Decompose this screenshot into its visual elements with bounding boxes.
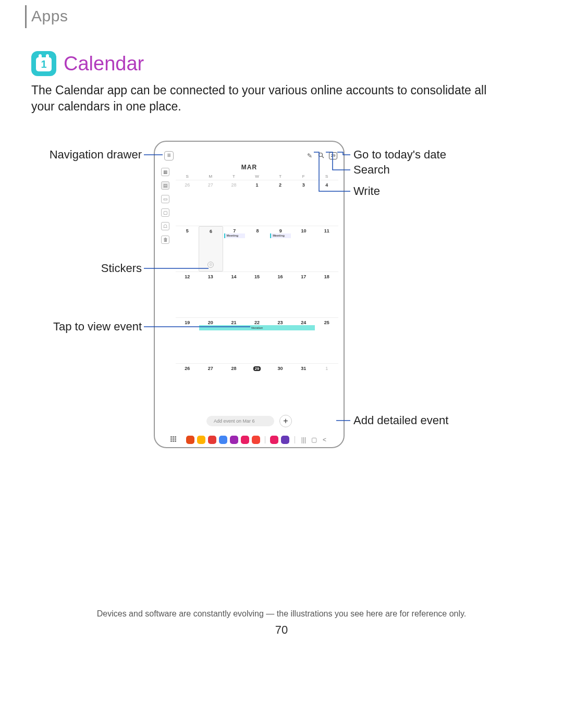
quick-add-input[interactable]: Add event on Mar 6 — [206, 416, 274, 426]
callout-add-event: Add detailed event — [353, 414, 448, 427]
dock-app-icon[interactable] — [197, 436, 205, 444]
calendar-day[interactable]: 13 — [199, 272, 223, 317]
calendar-day[interactable]: 1 — [315, 364, 338, 394]
calendar-day[interactable]: 9Meeting — [269, 226, 292, 272]
calendar-day[interactable]: 25 — [315, 318, 338, 363]
dock-app-icon[interactable] — [281, 436, 289, 444]
calendar-day[interactable]: 15 — [246, 272, 269, 317]
callout-view-event: Tap to view event — [47, 320, 142, 334]
page-number: 70 — [0, 623, 563, 637]
calendar-day[interactable]: 27 — [199, 180, 223, 226]
dow-header: S — [315, 173, 338, 180]
sticker-icon[interactable]: ☺ — [207, 262, 214, 268]
quick-add-row: Add event on Mar 6 + — [206, 415, 292, 427]
dock-app-icon[interactable] — [241, 436, 249, 444]
month-view-icon[interactable]: ▤ — [161, 181, 169, 190]
event-chip[interactable]: Meeting — [270, 233, 291, 238]
calendar-grid: SMTWTFS 262728123456☺7Meeting89Meeting10… — [176, 173, 338, 394]
callout-nav-drawer: Navigation drawer — [47, 148, 142, 162]
recents-nav-icon[interactable]: ||| — [300, 436, 308, 443]
calendar-day[interactable]: 31 — [292, 364, 315, 394]
calendar-day[interactable]: 4 — [315, 180, 338, 226]
year-view-icon[interactable]: ▦ — [161, 168, 169, 176]
event-chip[interactable]: Meeting — [224, 233, 245, 238]
calendar-day[interactable]: 8 — [246, 226, 269, 272]
svg-line-1 — [322, 156, 324, 158]
section-label: Apps — [31, 7, 68, 25]
dock-app-icon[interactable] — [186, 436, 194, 444]
footnote: Devices and software are constantly evol… — [0, 609, 563, 619]
calendar-day[interactable]: 26 — [176, 180, 199, 226]
calendar-day[interactable]: 18 — [315, 272, 338, 317]
back-nav-icon[interactable]: < — [321, 436, 328, 443]
reminder-view-icon[interactable]: ☖ — [161, 222, 169, 230]
calendar-day[interactable]: 28 — [222, 180, 246, 226]
calendar-day[interactable]: 29 — [246, 364, 269, 394]
search-icon[interactable] — [317, 152, 325, 159]
intro-text: The Calendar app can be connected to you… — [31, 82, 490, 115]
calendar-day[interactable]: 5 — [176, 226, 199, 272]
page-title: Calendar — [64, 53, 144, 75]
trash-icon[interactable]: 🗑 — [161, 236, 169, 244]
add-event-button[interactable]: + — [279, 415, 292, 427]
event-bar[interactable]: Vacation — [199, 325, 315, 330]
dow-header: W — [246, 173, 269, 180]
calendar-day[interactable]: 19 — [176, 318, 199, 363]
calendar-day[interactable]: 3 — [292, 180, 315, 226]
svg-point-0 — [319, 153, 323, 157]
calendar-app-icon — [31, 51, 56, 76]
dock-app-icon[interactable] — [252, 436, 260, 444]
dock-app-icon[interactable] — [208, 436, 216, 444]
calendar-day[interactable]: 30 — [268, 364, 292, 394]
app-drawer-icon[interactable] — [170, 436, 178, 443]
callout-stickers: Stickers — [47, 262, 142, 275]
dock-app-icon[interactable] — [270, 436, 278, 444]
callout-search: Search — [353, 163, 390, 177]
week-view-icon[interactable]: ▭ — [161, 195, 169, 203]
month-label: MAR — [155, 164, 344, 171]
calendar-day[interactable]: 28 — [222, 364, 246, 394]
calendar-day[interactable]: 1 — [246, 180, 269, 226]
view-sidebar: ▦ ▤ ▭ ▢ ☖ 🗑 — [159, 168, 172, 244]
calendar-day[interactable]: 27 — [199, 364, 223, 394]
today-icon[interactable]: 29 — [329, 152, 337, 159]
home-nav-icon[interactable]: ▢ — [311, 436, 318, 443]
dow-header: M — [199, 173, 223, 180]
calendar-day[interactable]: 12 — [176, 272, 199, 317]
day-view-icon[interactable]: ▢ — [161, 208, 169, 217]
device-illustration: ≡ ✎ 29 MAR ▦ ▤ ▭ ▢ ☖ 🗑 SMTWTFS 262728123… — [154, 141, 345, 448]
dow-header: S — [176, 173, 199, 180]
callout-write: Write — [353, 184, 380, 198]
dock-app-icon[interactable] — [230, 436, 238, 444]
section-rule — [25, 5, 27, 28]
dock: ||| ▢ < — [155, 436, 344, 444]
calendar-day[interactable]: 10 — [292, 226, 315, 272]
calendar-day[interactable]: 2 — [268, 180, 292, 226]
calendar-day[interactable]: 14 — [222, 272, 246, 317]
dow-header: F — [292, 173, 315, 180]
dock-app-icon[interactable] — [219, 436, 227, 444]
calendar-day[interactable]: 26 — [176, 364, 199, 394]
calendar-day[interactable]: 16 — [268, 272, 292, 317]
nav-drawer-icon[interactable]: ≡ — [164, 151, 174, 161]
dow-header: T — [222, 173, 246, 180]
write-icon[interactable]: ✎ — [306, 152, 313, 159]
dow-header: T — [268, 173, 292, 180]
calendar-day[interactable]: 17 — [292, 272, 315, 317]
calendar-day[interactable]: 7Meeting — [223, 226, 246, 272]
title-row: Calendar — [31, 51, 144, 76]
calendar-day[interactable]: 11 — [315, 226, 338, 272]
callout-today: Go to today's date — [353, 148, 446, 162]
calendar-day[interactable]: 6☺ — [199, 226, 223, 272]
